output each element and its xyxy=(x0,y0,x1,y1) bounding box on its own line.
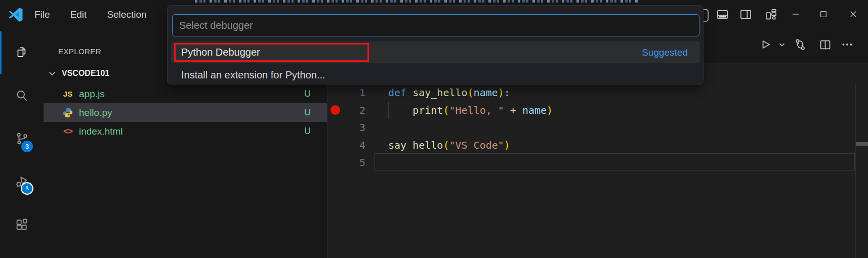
javascript-file-icon: JS xyxy=(61,90,75,98)
toggle-sidebar-icon-clipped[interactable] xyxy=(704,9,709,22)
menu-file[interactable]: File xyxy=(33,7,51,22)
customize-layout-icon[interactable] xyxy=(762,6,779,23)
explorer-icon[interactable] xyxy=(15,45,29,59)
code-line[interactable]: print("Hello, " + name) xyxy=(388,102,553,119)
clipped-title-text xyxy=(195,0,640,3)
quick-pick-dialog: Select debugger Python Debugger Suggeste… xyxy=(167,5,704,84)
run-dropdown-chevron-icon[interactable] xyxy=(773,36,791,53)
debug-pending-clock-badge xyxy=(21,182,33,195)
suggested-badge: Suggested xyxy=(642,47,688,58)
minimap-border xyxy=(855,84,856,258)
minimize-button[interactable] xyxy=(787,6,804,23)
open-changes-icon[interactable] xyxy=(792,36,809,53)
toggle-panel-icon[interactable] xyxy=(714,6,731,23)
quickpick-item-install-extension[interactable]: Install an extension for Python... xyxy=(171,65,700,84)
line-number[interactable]: 5 xyxy=(327,154,365,171)
file-row-hellopy[interactable]: hello.py U xyxy=(44,103,327,122)
menu-bar: File Edit Selection xyxy=(33,0,148,29)
git-status-badge: U xyxy=(304,89,311,99)
explorer-header: EXPLORER xyxy=(58,47,101,56)
run-button[interactable] xyxy=(757,36,774,53)
menu-edit[interactable]: Edit xyxy=(69,7,88,22)
code-line[interactable]: say_hello("VS Code") xyxy=(388,137,510,154)
vscode-window: 12345 def say_hello(name): print("Hello,… xyxy=(0,0,868,258)
chevron-down-icon xyxy=(48,69,57,78)
python-file-icon xyxy=(61,107,75,118)
git-status-badge: U xyxy=(304,107,311,118)
git-status-badge: U xyxy=(304,126,311,137)
maximize-button[interactable] xyxy=(815,6,832,23)
extensions-icon[interactable] xyxy=(15,218,29,232)
active-view-indicator xyxy=(0,31,2,74)
code-line[interactable]: def say_hello(name): xyxy=(388,84,510,102)
file-name: index.html xyxy=(79,126,123,137)
split-editor-icon[interactable] xyxy=(816,36,834,53)
more-actions-icon[interactable] xyxy=(839,36,856,53)
current-line-highlight xyxy=(375,153,855,170)
folder-name: VSCODE101 xyxy=(62,69,109,78)
line-number[interactable]: 3 xyxy=(327,119,365,137)
item-label: Install an extension for Python... xyxy=(181,69,325,81)
line-number[interactable]: 4 xyxy=(327,137,365,154)
indent-guide xyxy=(388,102,389,119)
debugger-search-input[interactable]: Select debugger xyxy=(172,14,699,36)
input-placeholder: Select debugger xyxy=(179,20,253,31)
menu-selection[interactable]: Selection xyxy=(106,7,147,22)
vscode-logo-icon xyxy=(8,7,23,22)
minimap-slider[interactable] xyxy=(856,142,868,146)
line-number[interactable]: 1 xyxy=(327,84,365,102)
search-icon[interactable] xyxy=(15,89,29,103)
file-row-appjs[interactable]: JS app.js U xyxy=(44,84,327,103)
toggle-secondary-sidebar-icon[interactable] xyxy=(737,6,754,23)
source-control-badge: 3 xyxy=(21,141,33,152)
file-name: hello.py xyxy=(79,107,112,118)
html-file-icon: <> xyxy=(61,126,75,137)
annotation-highlight xyxy=(174,43,369,62)
close-button[interactable] xyxy=(845,6,862,23)
file-name: app.js xyxy=(79,89,105,100)
file-row-indexhtml[interactable]: <> index.html U xyxy=(44,122,327,141)
